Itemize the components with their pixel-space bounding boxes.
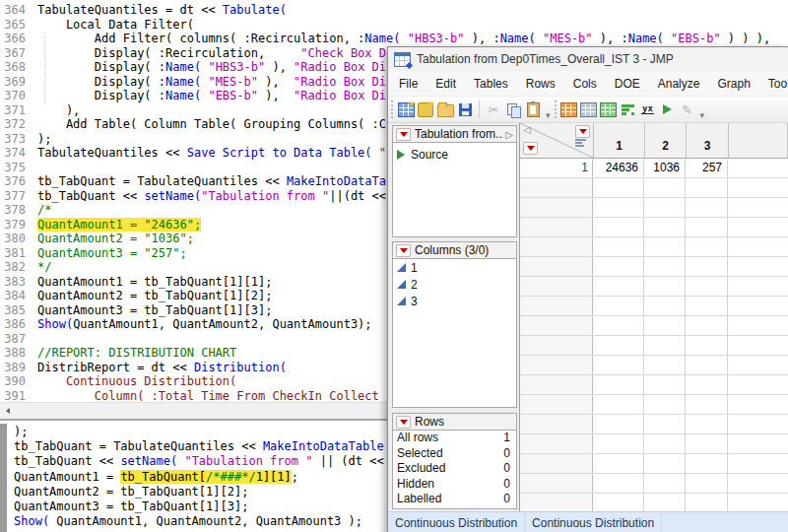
- data-cell[interactable]: [644, 375, 686, 394]
- row-number-cell[interactable]: [520, 395, 593, 414]
- summary-table-icon[interactable]: [580, 100, 598, 118]
- data-cell[interactable]: [644, 434, 686, 453]
- data-cell[interactable]: [593, 316, 644, 335]
- data-cell[interactable]: [593, 178, 644, 197]
- collapse-columns-icon[interactable]: [523, 124, 531, 135]
- data-cell[interactable]: [686, 356, 728, 374]
- new-data-table-icon[interactable]: [397, 100, 415, 118]
- data-cell[interactable]: [644, 494, 686, 511]
- red-triangle-menu-icon[interactable]: [396, 244, 411, 257]
- menu-item-cols[interactable]: Cols: [564, 73, 606, 95]
- column-header-2[interactable]: 2: [645, 123, 687, 158]
- rows-red-triangle-icon[interactable]: [523, 142, 538, 155]
- paste-icon[interactable]: [524, 100, 542, 118]
- data-cell[interactable]: [686, 415, 728, 433]
- row-number-cell[interactable]: [520, 237, 593, 256]
- data-cell[interactable]: [686, 277, 728, 296]
- data-cell[interactable]: [686, 336, 728, 355]
- data-cell[interactable]: [644, 454, 686, 473]
- row-number-cell[interactable]: [520, 178, 593, 197]
- new-script-icon[interactable]: [417, 100, 434, 118]
- menu-item-rows[interactable]: Rows: [517, 73, 564, 95]
- row-number-cell[interactable]: [520, 257, 593, 276]
- red-triangle-menu-icon[interactable]: [396, 416, 411, 429]
- menu-item-doe[interactable]: DOE: [606, 73, 649, 95]
- rows-stat-hidden[interactable]: Hidden0: [393, 477, 516, 493]
- data-cell[interactable]: 1036: [644, 159, 686, 177]
- row-number-cell[interactable]: [520, 277, 593, 296]
- data-cell[interactable]: [686, 257, 728, 276]
- column-item-3[interactable]: 3: [393, 293, 516, 309]
- rows-stat-labelled[interactable]: Labelled0: [393, 492, 516, 507]
- row-number-cell[interactable]: [520, 297, 593, 315]
- data-cell[interactable]: [593, 218, 644, 236]
- column-header-3[interactable]: 3: [687, 123, 729, 158]
- expand-panel-icon[interactable]: [503, 127, 513, 141]
- data-cell[interactable]: [686, 316, 728, 335]
- status-item[interactable]: Continuous Distribution: [388, 512, 525, 532]
- status-item[interactable]: Continuous Distribution: [525, 512, 662, 532]
- data-cell[interactable]: [644, 237, 686, 256]
- copy-icon[interactable]: [504, 100, 522, 118]
- data-cell[interactable]: [644, 218, 686, 236]
- row-number-cell[interactable]: [520, 474, 593, 493]
- data-cell[interactable]: [593, 336, 644, 355]
- red-triangle-menu-icon[interactable]: [396, 128, 411, 141]
- data-cell[interactable]: [644, 198, 686, 217]
- data-cell[interactable]: [644, 336, 686, 355]
- data-cell[interactable]: [686, 454, 728, 473]
- data-cell[interactable]: [686, 375, 728, 394]
- save-icon[interactable]: [456, 100, 474, 118]
- row-number-cell[interactable]: [520, 336, 593, 355]
- menu-item-analyze[interactable]: Analyze: [649, 73, 709, 95]
- open-icon[interactable]: [436, 100, 454, 118]
- column-item-1[interactable]: 1: [393, 259, 516, 276]
- row-number-cell[interactable]: 1: [520, 159, 593, 177]
- data-cell[interactable]: [686, 178, 728, 197]
- data-cell[interactable]: [593, 454, 644, 473]
- rows-stat-selected[interactable]: Selected0: [393, 446, 516, 462]
- row-number-cell[interactable]: [520, 454, 593, 473]
- data-cell[interactable]: [593, 237, 644, 256]
- data-cell[interactable]: [644, 277, 686, 296]
- split-table-icon[interactable]: [600, 100, 618, 118]
- row-number-cell[interactable]: [520, 375, 593, 394]
- title-bar[interactable]: Tabulation from Dep0Times_Overall_IST 3 …: [388, 47, 788, 71]
- data-cell[interactable]: [686, 494, 728, 511]
- graph-bars-icon[interactable]: [620, 100, 637, 118]
- data-cell[interactable]: [644, 316, 686, 335]
- data-cell[interactable]: [644, 297, 686, 315]
- data-cell[interactable]: [686, 297, 728, 315]
- source-script-item[interactable]: Source: [393, 143, 516, 166]
- data-cell[interactable]: [593, 277, 644, 296]
- row-number-cell[interactable]: [520, 218, 593, 236]
- formula-yx-icon[interactable]: yx: [639, 100, 657, 118]
- tabulate-icon[interactable]: [560, 100, 578, 118]
- data-cell[interactable]: [593, 494, 644, 511]
- data-cell[interactable]: [644, 415, 686, 433]
- script-editor-bottom[interactable]: );tb_TabQuant = TabulateQuantiles << Mak…: [0, 421, 387, 532]
- data-cell[interactable]: [593, 395, 644, 414]
- data-cell[interactable]: 24636: [593, 159, 644, 177]
- data-cell[interactable]: [593, 415, 644, 433]
- data-cell[interactable]: [644, 474, 686, 493]
- menu-item-graph[interactable]: Graph: [708, 73, 758, 95]
- toolbar-overflow-icon[interactable]: ▾: [546, 110, 551, 122]
- data-cell[interactable]: [686, 218, 728, 236]
- data-cell[interactable]: [686, 198, 728, 217]
- edit-icon[interactable]: ✎: [679, 100, 696, 118]
- row-number-cell[interactable]: [520, 434, 593, 453]
- row-number-cell[interactable]: [520, 316, 593, 335]
- data-cell[interactable]: [593, 297, 644, 315]
- rows-panel-header[interactable]: Rows: [392, 413, 517, 431]
- row-number-cell[interactable]: [520, 198, 593, 217]
- menu-item-tools[interactable]: Tools: [759, 73, 788, 95]
- data-cell[interactable]: [593, 375, 644, 394]
- toolbar-overflow-icon[interactable]: ▾: [700, 110, 705, 122]
- columns-panel-header[interactable]: Columns (3/0): [392, 241, 517, 259]
- menu-item-edit[interactable]: Edit: [427, 73, 465, 95]
- row-number-cell[interactable]: [520, 415, 593, 433]
- run-arrow-icon[interactable]: [659, 100, 677, 118]
- data-cell[interactable]: [686, 237, 728, 256]
- row-number-cell[interactable]: [520, 356, 593, 374]
